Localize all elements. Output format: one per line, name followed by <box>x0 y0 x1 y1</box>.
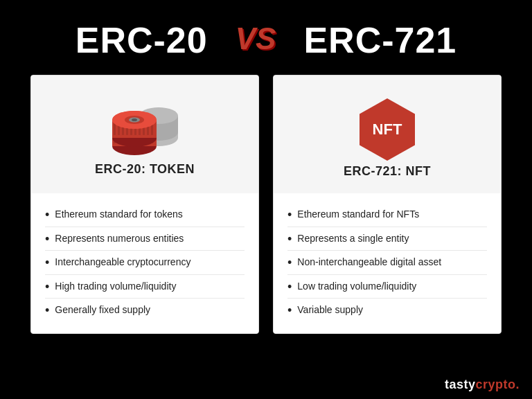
list-item: •Variable supply <box>287 299 487 322</box>
bullet-icon: • <box>287 209 292 221</box>
erc721-body: •Ethereum standard for NFTs •Represents … <box>274 193 501 322</box>
erc721-list: •Ethereum standard for NFTs •Represents … <box>287 203 487 322</box>
erc20-image-area: ERC-20: TOKEN <box>31 76 258 193</box>
list-item: •Low trading volume/liquidity <box>287 275 487 299</box>
left-title: ERC-20 <box>76 19 208 61</box>
bullet-icon: • <box>287 256 292 269</box>
bullet-icon: • <box>45 256 49 269</box>
list-item: •High trading volume/liquidity <box>45 275 245 299</box>
list-item: •Ethereum standard for NFTs <box>287 203 487 227</box>
erc721-label: ERC-721: NFT <box>344 164 431 179</box>
erc721-image-area: NFT ERC-721: NFT <box>274 76 501 193</box>
erc20-card: ERC-20: TOKEN •Ethereum standard for tok… <box>30 75 259 334</box>
right-title: ERC-721 <box>303 19 456 61</box>
vs-label: VS <box>236 21 276 56</box>
bullet-icon: • <box>287 233 292 245</box>
watermark: tastycrypto. <box>445 378 520 392</box>
list-item: •Non-interchangeable digital asset <box>287 251 487 275</box>
bullet-icon: • <box>45 233 49 245</box>
svg-text:NFT: NFT <box>373 121 402 138</box>
list-item: •Generally fixed supply <box>45 299 245 322</box>
token-svg-icon <box>100 96 190 162</box>
list-item: •Represents numerous entities <box>45 227 245 251</box>
nft-svg-icon: NFT <box>353 95 422 164</box>
header: ERC-20 VS ERC-721 <box>0 0 532 75</box>
erc721-card: NFT ERC-721: NFT •Ethereum standard for … <box>273 75 502 334</box>
bullet-icon: • <box>287 281 292 293</box>
bullet-icon: • <box>45 209 49 221</box>
erc20-body: •Ethereum standard for tokens •Represent… <box>31 193 258 322</box>
bullet-icon: • <box>287 304 292 317</box>
erc20-label: ERC-20: TOKEN <box>95 162 195 177</box>
erc20-list: •Ethereum standard for tokens •Represent… <box>45 203 245 322</box>
bullet-icon: • <box>45 304 49 317</box>
bullet-icon: • <box>45 281 49 293</box>
list-item: •Represents a single entity <box>287 227 487 251</box>
svg-point-35 <box>132 118 137 121</box>
list-item: •Interchangeable cryptocurrency <box>45 251 245 275</box>
svg-rect-22 <box>114 123 116 135</box>
cards-container: ERC-20: TOKEN •Ethereum standard for tok… <box>0 75 532 334</box>
list-item: •Ethereum standard for tokens <box>45 203 245 227</box>
watermark-part2: crypto. <box>475 378 520 391</box>
watermark-part1: tasty <box>445 378 476 391</box>
